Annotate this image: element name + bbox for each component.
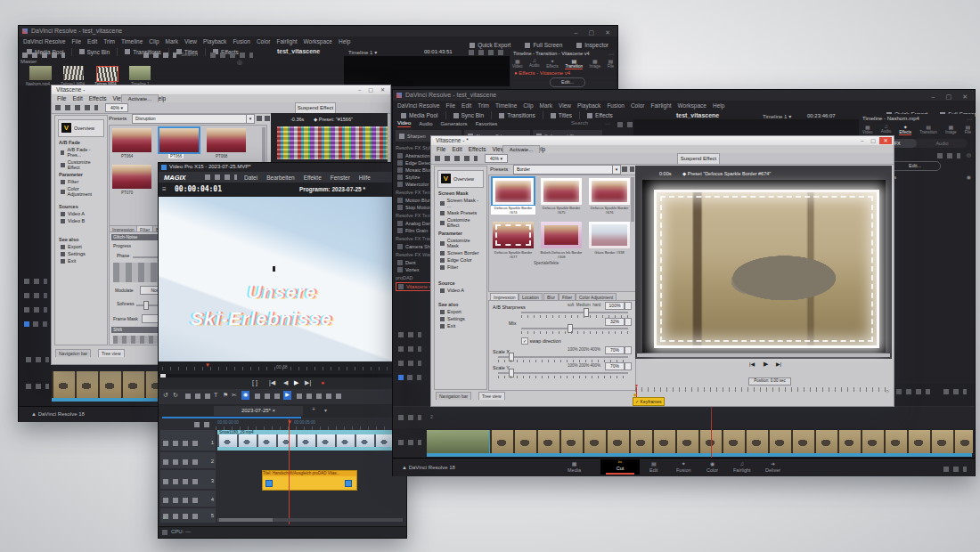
scale-x-slider[interactable] bbox=[498, 356, 628, 358]
track1-clip[interactable]: Snow1180_29.mp4 bbox=[217, 430, 406, 451]
file-tool-icons[interactable] bbox=[435, 156, 478, 161]
page-color[interactable]: ◉Color bbox=[706, 461, 718, 473]
sidebar-item[interactable]: Video A bbox=[438, 287, 483, 294]
ruler-tool-icons[interactable] bbox=[194, 422, 214, 427]
sidebar-item[interactable]: Filter bbox=[438, 264, 483, 271]
scrollbar[interactable] bbox=[631, 177, 634, 222]
close-icon[interactable]: ✕ bbox=[879, 137, 892, 144]
audio-waveform-bar[interactable] bbox=[427, 453, 972, 457]
tab-audio[interactable]: ♫Audio bbox=[529, 58, 540, 69]
menubar[interactable]: DaVinci ResolveFileEditTrimTimelineClipM… bbox=[397, 101, 724, 109]
sidebar-item[interactable]: Screen Mask - ... bbox=[438, 197, 483, 209]
clip-thumb-nashorn[interactable] bbox=[29, 66, 52, 80]
sidebar-item[interactable]: Customize Effect bbox=[438, 216, 483, 229]
mix-value[interactable]: 32% bbox=[605, 318, 625, 326]
menu-item[interactable]: Edit bbox=[461, 102, 471, 109]
menu-item[interactable]: Edit bbox=[452, 146, 461, 152]
media-pool-button[interactable]: Media Pool bbox=[397, 110, 442, 120]
sidebar-item[interactable]: Customize Mask bbox=[438, 237, 483, 249]
link-tool-icons[interactable] bbox=[255, 394, 280, 399]
menu-item[interactable]: Mark bbox=[166, 38, 178, 45]
scrollbar[interactable] bbox=[262, 127, 265, 163]
menu-item[interactable]: DaVinci Resolve bbox=[23, 38, 66, 45]
track3-header[interactable]: 3 bbox=[160, 470, 216, 489]
menu-item[interactable]: File bbox=[446, 102, 455, 109]
more-icon[interactable]: ⋯ bbox=[967, 116, 972, 122]
menu-item[interactable]: Playback bbox=[577, 102, 600, 109]
sidebar-item[interactable]: Video B bbox=[59, 217, 103, 224]
clip-handle-left[interactable] bbox=[265, 480, 273, 487]
close-icon[interactable]: ✕ bbox=[380, 85, 385, 94]
menu-item[interactable]: Clip bbox=[523, 102, 533, 109]
window-controls[interactable]: – ▢ ✕ bbox=[932, 92, 968, 102]
clip-leaves[interactable] bbox=[427, 430, 489, 453]
menu-item[interactable]: Color bbox=[631, 102, 645, 109]
transitions-button[interactable]: Transitions bbox=[495, 110, 539, 120]
close-icon[interactable]: ✕ bbox=[962, 92, 968, 102]
menu-item[interactable]: Mark bbox=[540, 102, 552, 109]
minimize-icon[interactable]: – bbox=[861, 136, 863, 145]
minimize-icon[interactable]: – bbox=[932, 92, 935, 102]
titlebar-resolve-back[interactable]: DaVinci Resolve - test_vitascene – ▢ ✕ bbox=[19, 26, 617, 37]
scale-y-slider[interactable] bbox=[498, 372, 628, 374]
sidebar-item[interactable]: Edge Color bbox=[438, 256, 483, 264]
tab-audio[interactable]: Audio bbox=[419, 121, 432, 126]
page-bar-icons[interactable] bbox=[943, 467, 967, 472]
more-icon[interactable]: ⋯ bbox=[605, 120, 610, 126]
menu-item[interactable]: File bbox=[72, 38, 81, 45]
mix-stepper[interactable] bbox=[625, 318, 632, 326]
sharpness-stepper[interactable] bbox=[625, 302, 632, 310]
full-screen-button[interactable]: Full Screen bbox=[521, 40, 566, 50]
keyframe-ruler[interactable] bbox=[635, 387, 890, 392]
bin-breadcrumb[interactable]: Master bbox=[20, 59, 37, 64]
overview-button[interactable]: V Overview bbox=[437, 170, 484, 188]
menu-item[interactable]: Hilfe bbox=[359, 175, 371, 181]
active-effect-row[interactable]: ● Effects - Vitascene v4 bbox=[514, 70, 570, 76]
menu-item[interactable]: Fusion bbox=[233, 38, 250, 45]
sync-bin-button[interactable]: Sync Bin bbox=[76, 47, 114, 57]
preset-thumb[interactable] bbox=[589, 178, 630, 205]
preset-category-select[interactable]: Disruption bbox=[132, 114, 250, 124]
scale-x-value[interactable]: 70% bbox=[605, 346, 625, 354]
link-indicator-icon[interactable] bbox=[24, 321, 29, 327]
track-header-icons[interactable] bbox=[26, 357, 49, 362]
tab-list-icon[interactable]: ▾ bbox=[324, 407, 327, 413]
menu-item[interactable]: Effects bbox=[89, 95, 107, 101]
bin-option-icons[interactable] bbox=[210, 53, 253, 58]
track4-header[interactable]: 4 bbox=[160, 491, 216, 507]
clip-thumb-zebras-selected[interactable] bbox=[96, 66, 118, 82]
text-tool-icon[interactable]: T bbox=[214, 392, 217, 398]
sidebar-item[interactable]: A/B Fade - Pres... bbox=[59, 146, 103, 158]
range-icon[interactable]: [ ] bbox=[252, 379, 257, 386]
tree-view-tab[interactable]: Tree view bbox=[98, 349, 125, 357]
record-icon[interactable]: ● bbox=[321, 379, 324, 386]
close-icon[interactable]: ✕ bbox=[605, 28, 610, 38]
menu-item[interactable]: Trim bbox=[103, 38, 115, 45]
menubar[interactable]: DaVinci ResolveFileEditTrimTimelineClipM… bbox=[23, 37, 350, 45]
preset-thumb[interactable] bbox=[541, 222, 582, 248]
play-icon[interactable]: ▶ bbox=[294, 379, 298, 386]
file-tool-icons[interactable] bbox=[55, 105, 98, 110]
preview-scrollbar[interactable] bbox=[637, 353, 890, 357]
add-tab-icon[interactable]: + bbox=[312, 406, 315, 412]
jump-start-icon[interactable]: |◀ bbox=[269, 379, 275, 386]
tab-transition[interactable]: ▤Transition bbox=[919, 124, 937, 134]
page-fairlight[interactable]: ♫Fairlight bbox=[733, 461, 751, 473]
timeline-filmstrip-rhino[interactable] bbox=[52, 371, 159, 398]
track2-lane[interactable]: 2 bbox=[393, 406, 975, 428]
menu-item[interactable]: File bbox=[57, 95, 66, 101]
clip-handle-right[interactable] bbox=[345, 480, 352, 487]
menu-item[interactable]: Edit bbox=[87, 38, 97, 45]
menu-item[interactable]: Timeline bbox=[495, 102, 517, 109]
menu-item[interactable]: Trim bbox=[478, 102, 489, 109]
tab-audio[interactable]: ♫Audio bbox=[881, 124, 892, 134]
page-deliver[interactable]: ➔Deliver bbox=[765, 461, 780, 473]
tab-effects[interactable]: ✦Effects bbox=[546, 58, 559, 69]
timeline-selector[interactable]: Timeline 1 ▾ bbox=[763, 113, 791, 119]
effects-button[interactable]: Effects bbox=[584, 110, 617, 120]
menu-item[interactable]: Fairlight bbox=[650, 102, 671, 109]
menu-item[interactable]: File bbox=[437, 146, 445, 152]
sidebar-item[interactable]: Mask Presets bbox=[438, 209, 483, 216]
sidebar-item[interactable]: Export bbox=[59, 243, 103, 250]
navigation-bar-tab[interactable]: Navigation bar bbox=[55, 349, 91, 357]
